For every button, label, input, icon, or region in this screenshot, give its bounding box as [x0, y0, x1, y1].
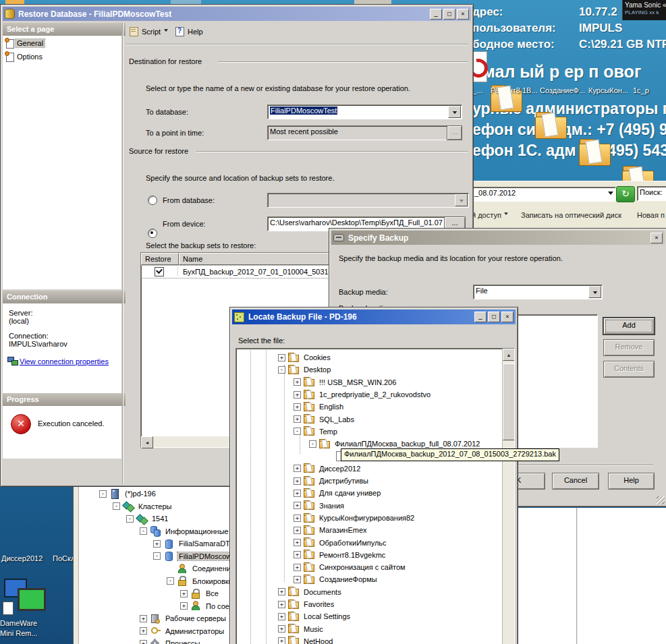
- expand-toggle[interactable]: +: [278, 613, 285, 620]
- expand-toggle[interactable]: -: [153, 552, 161, 560]
- expand-toggle[interactable]: +: [294, 515, 301, 522]
- desktop-folder-icon[interactable]: [535, 112, 567, 139]
- expand-toggle[interactable]: +: [294, 465, 301, 472]
- add-button[interactable]: Add: [603, 318, 655, 334]
- address-bar[interactable]: _08.07.2012: [472, 187, 616, 202]
- backup-media-dropdown[interactable]: [588, 286, 601, 298]
- expand-toggle[interactable]: +: [294, 539, 301, 546]
- close-button[interactable]: ✕: [501, 312, 514, 322]
- expand-toggle[interactable]: +: [294, 391, 301, 399]
- music-player-overlay[interactable]: Yama Sonic «4 PLAYING xx k: [622, 0, 666, 20]
- locate-dialog-titlebar[interactable]: Locate Backup File - PD-196 _ □ ✕: [232, 310, 516, 324]
- tree-item[interactable]: +МагазинEmex: [236, 524, 503, 536]
- from-device-radio[interactable]: [148, 229, 157, 238]
- tree-item[interactable]: +По соеди: [79, 600, 233, 613]
- desktop-icon-label[interactable]: DameWare: [0, 619, 37, 627]
- expand-toggle[interactable]: -: [278, 366, 285, 374]
- from-database-radio[interactable]: [148, 196, 157, 205]
- maximize-button[interactable]: □: [443, 9, 455, 20]
- view-connection-properties-link[interactable]: View connection properties: [20, 357, 109, 365]
- expand-toggle[interactable]: +: [294, 378, 301, 386]
- desktop-icon-label[interactable]: Mini Rem...: [0, 629, 38, 637]
- close-button[interactable]: ✕: [457, 9, 469, 20]
- expand-toggle[interactable]: +: [180, 602, 188, 610]
- expand-toggle[interactable]: +: [278, 601, 285, 608]
- tree-item[interactable]: +КурсыКонфигурирования82: [236, 512, 503, 524]
- expand-toggle[interactable]: -: [126, 515, 134, 523]
- to-database-combo[interactable]: FilialPDMoscowTest: [267, 105, 462, 119]
- sidebar-item-options[interactable]: Options: [3, 49, 121, 63]
- expand-toggle[interactable]: -: [294, 428, 301, 435]
- tree-item[interactable]: -1541: [79, 513, 233, 525]
- minimize-button[interactable]: _: [474, 312, 487, 322]
- explorer-command-newfolder[interactable]: Новая п: [637, 211, 665, 219]
- expand-toggle[interactable]: -: [167, 577, 174, 585]
- scroll-left-button[interactable]: ◄: [141, 436, 153, 448]
- restore-dialog-titlebar[interactable]: Restore Database - FilialPDMoscowTest _ …: [3, 7, 471, 21]
- tree-item[interactable]: +1c_predpriyatie_8_2_rukovodstvo: [236, 388, 503, 401]
- tree-item[interactable]: +ОбработкиИмпульс: [236, 536, 503, 548]
- tree-item[interactable]: +Ремонт8.1Bvgekmc: [236, 549, 503, 561]
- expand-toggle[interactable]: +: [278, 354, 285, 361]
- expand-toggle[interactable]: +: [140, 627, 147, 635]
- expand-toggle[interactable]: +: [294, 502, 301, 509]
- desktop-icon-label[interactable]: СозданиеФ...: [540, 86, 585, 94]
- desktop-icon-label[interactable]: Диссер2012: [1, 554, 43, 562]
- tree-item[interactable]: +Знания: [236, 500, 503, 512]
- expand-toggle[interactable]: +: [294, 551, 301, 558]
- tree-item[interactable]: Соединения: [79, 562, 233, 575]
- expand-toggle[interactable]: +: [140, 640, 147, 644]
- tree-item[interactable]: -Desktop: [236, 363, 503, 376]
- expand-toggle[interactable]: -: [113, 502, 120, 510]
- desktop-icon-label[interactable]: КурсыКон...: [588, 86, 628, 94]
- expand-toggle[interactable]: -: [140, 527, 147, 535]
- sidebar-item-general[interactable]: General: [3, 36, 121, 49]
- expand-toggle[interactable]: -: [99, 490, 107, 498]
- cancel-button[interactable]: Cancel: [552, 473, 599, 490]
- expand-toggle[interactable]: +: [294, 576, 301, 583]
- tree-item[interactable]: +Процессы: [79, 637, 233, 644]
- expand-toggle[interactable]: +: [153, 540, 161, 548]
- to-database-dropdown[interactable]: [448, 106, 461, 118]
- specify-backup-titlebar[interactable]: Specify Backup ✕: [331, 231, 665, 245]
- expand-toggle[interactable]: +: [294, 415, 301, 423]
- scroll-thumb[interactable]: [503, 363, 515, 440]
- resize-grip[interactable]: [657, 496, 665, 504]
- pane-divider[interactable]: [576, 508, 577, 644]
- tree-vscrollbar[interactable]: ▲: [502, 349, 514, 644]
- expand-toggle[interactable]: +: [180, 590, 188, 597]
- tree-item[interactable]: +Favorites: [236, 598, 503, 610]
- address-dropdown-icon[interactable]: [608, 192, 613, 198]
- scroll-up-button[interactable]: ▲: [503, 349, 515, 361]
- tree-item[interactable]: +Local Settings: [236, 610, 503, 622]
- tree-item[interactable]: +Music: [236, 623, 503, 635]
- tree-item[interactable]: -(*)pd-196: [79, 488, 233, 500]
- tree-item[interactable]: +NetHood: [236, 635, 503, 644]
- grid-column-restore[interactable]: Restore: [141, 253, 179, 265]
- point-in-time-browse-button[interactable]: ...: [447, 125, 462, 140]
- backup-media-combo[interactable]: File: [473, 285, 603, 299]
- expand-toggle[interactable]: +: [294, 527, 301, 534]
- refresh-button[interactable]: ↻: [616, 186, 635, 202]
- contents-button[interactable]: Contents: [603, 361, 655, 378]
- expand-toggle[interactable]: +: [294, 564, 301, 571]
- help-button[interactable]: Help: [608, 473, 655, 490]
- close-button[interactable]: ✕: [650, 233, 663, 243]
- expand-toggle[interactable]: +: [140, 615, 147, 622]
- expand-toggle[interactable]: +: [294, 490, 301, 497]
- tree-item[interactable]: -Temp: [236, 426, 503, 438]
- desktop-icon-label[interactable]: 1с_р: [633, 86, 649, 94]
- tree-item[interactable]: +FilialSamaraDT: [79, 537, 233, 550]
- tree-item[interactable]: +Рабочие серверы: [79, 612, 233, 625]
- desktop-folder-icon[interactable]: [579, 139, 611, 166]
- expand-toggle[interactable]: +: [278, 625, 285, 633]
- explorer-command-burn[interactable]: Записать на оптический диск: [521, 211, 621, 219]
- tree-item[interactable]: +Cookies: [236, 351, 503, 363]
- tree-item[interactable]: +Documents: [236, 586, 503, 598]
- tree-item[interactable]: +Все: [79, 587, 233, 600]
- tree-item[interactable]: +English: [236, 401, 503, 413]
- tree-item[interactable]: +Администраторы: [79, 625, 233, 638]
- help-button[interactable]: Help: [175, 26, 203, 36]
- tree-item[interactable]: -Информационные ба: [79, 525, 233, 538]
- search-input[interactable]: Поиск:: [637, 186, 666, 201]
